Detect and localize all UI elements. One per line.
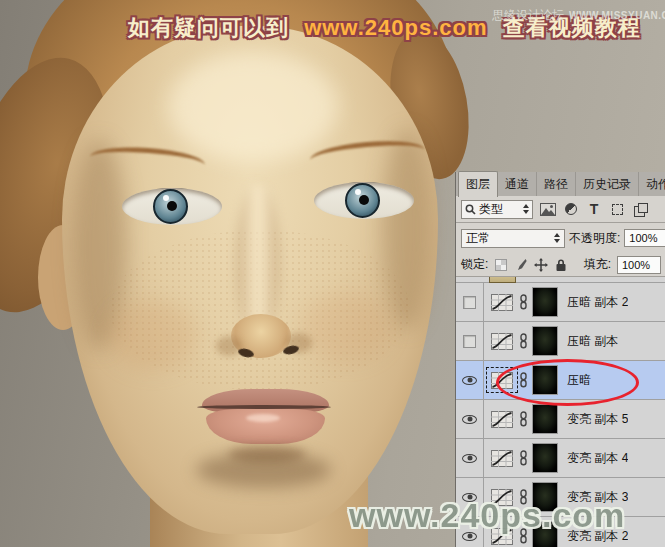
layer-row-selected[interactable]: 压暗 (456, 361, 665, 400)
dropdown-arrows-icon (554, 233, 560, 243)
layer-thumbnail[interactable] (489, 277, 516, 283)
layer-row[interactable]: 变亮 副本 5 (456, 400, 665, 439)
opacity-label: 不透明度: (569, 230, 620, 247)
lock-transparent-pixels-button[interactable] (494, 257, 508, 273)
watermark-site-url: WWW.MISSYUAN.COM (569, 10, 665, 21)
watermark-bottom: www.240ps.com (349, 496, 625, 535)
filter-kind-dropdown[interactable]: 类型 (461, 200, 533, 219)
layer-name[interactable]: 压暗 副本 (567, 333, 618, 350)
move-icon (534, 258, 548, 272)
fill-field[interactable]: 100% (617, 256, 661, 274)
layer-mask-thumbnail[interactable] (532, 404, 558, 434)
visibility-off-well (463, 296, 476, 309)
type-layers-filter-icon[interactable]: T (586, 201, 602, 217)
layer-row[interactable]: 压暗 副本 2 (456, 283, 665, 322)
opacity-field[interactable]: 100% (624, 229, 665, 247)
curves-adjustment-icon[interactable] (489, 331, 515, 351)
visibility-off-well (463, 335, 476, 348)
tab-layers[interactable]: 图层 (458, 171, 498, 197)
eye-icon (462, 415, 477, 424)
link-icon (519, 372, 528, 388)
fill-label: 填充: (584, 256, 611, 273)
search-icon (465, 204, 476, 215)
layers-panel: 图层 通道 路径 历史记录 动作 类型 (455, 172, 665, 547)
blend-mode-row: 正常 不透明度: 100% (456, 223, 665, 253)
blend-mode-dropdown[interactable]: 正常 (461, 229, 565, 248)
layer-name[interactable]: 压暗 (567, 372, 591, 389)
brush-icon (514, 258, 527, 271)
curves-adjustment-icon[interactable] (489, 448, 515, 468)
tab-actions[interactable]: 动作 (639, 172, 665, 196)
eye-icon (462, 454, 477, 463)
layer-mask-thumbnail[interactable] (532, 326, 558, 356)
link-icon (519, 294, 528, 310)
smart-objects-filter-icon[interactable] (632, 201, 648, 217)
link-icon (519, 411, 528, 427)
curves-adjustment-icon[interactable] (489, 370, 515, 390)
lock-label: 锁定: (461, 256, 488, 273)
panel-tab-bar: 图层 通道 路径 历史记录 动作 (456, 172, 665, 196)
shape-layers-filter-icon[interactable] (609, 201, 625, 217)
layer-name[interactable]: 变亮 副本 5 (567, 411, 628, 428)
layer-row[interactable]: 压暗 副本 (456, 322, 665, 361)
lock-row: 锁定: 填充: 100% (456, 253, 665, 277)
layer-row[interactable]: 变亮 副本 4 (456, 439, 665, 478)
layer-mask-thumbnail[interactable] (532, 443, 558, 473)
banner-url: www.240ps.com (296, 15, 495, 40)
adjustment-layers-filter-icon[interactable] (563, 201, 579, 217)
watermark-site-name: 思缘设计论坛 (492, 7, 564, 24)
curves-adjustment-icon[interactable] (489, 409, 515, 429)
eye-right (314, 182, 414, 219)
layer-mask-thumbnail[interactable] (532, 287, 558, 317)
tab-history[interactable]: 历史记录 (576, 172, 639, 196)
tab-paths[interactable]: 路径 (537, 172, 576, 196)
link-icon (519, 333, 528, 349)
lock-position-button[interactable] (534, 257, 548, 273)
lock-image-pixels-button[interactable] (514, 257, 528, 273)
layer-mask-thumbnail[interactable] (532, 365, 558, 395)
tab-channels[interactable]: 通道 (498, 172, 537, 196)
layer-name[interactable]: 变亮 副本 4 (567, 450, 628, 467)
eye-left (122, 188, 222, 225)
watermark-top: 思缘设计论坛 WWW.MISSYUAN.COM (492, 7, 665, 24)
blend-mode-value: 正常 (466, 230, 490, 247)
layer-filter-row: 类型 T (456, 196, 665, 223)
lock-all-button[interactable] (554, 257, 568, 273)
curves-adjustment-icon[interactable] (489, 292, 515, 312)
pixel-layers-filter-icon[interactable] (540, 201, 556, 217)
visibility-toggle[interactable] (456, 361, 484, 399)
layer-name[interactable]: 压暗 副本 2 (567, 294, 628, 311)
layer-row-partial[interactable] (456, 277, 665, 283)
lock-icon (555, 258, 567, 272)
checkerboard-icon (495, 259, 507, 271)
visibility-toggle[interactable] (456, 400, 484, 438)
screenshot-root: 如有疑问可以到 www.240ps.com 查看视频教程 思缘设计论坛 WWW.… (0, 0, 665, 547)
filter-kind-label: 类型 (479, 201, 503, 218)
banner-prefix: 如有疑问可以到 (128, 15, 289, 40)
link-icon (519, 450, 528, 466)
visibility-toggle[interactable] (456, 322, 484, 360)
dropdown-arrows-icon (523, 204, 529, 214)
visibility-toggle[interactable] (456, 439, 484, 477)
visibility-toggle[interactable] (456, 283, 484, 321)
eye-icon (462, 376, 477, 385)
